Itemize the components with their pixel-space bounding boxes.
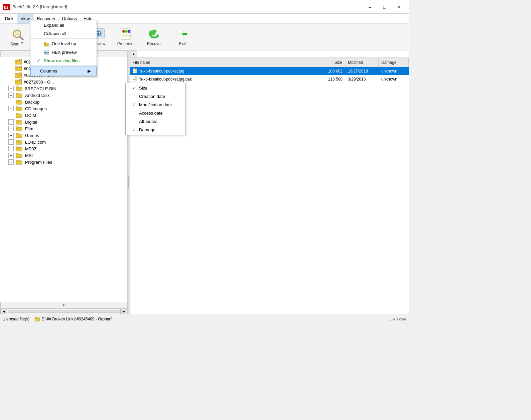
exit-icon <box>176 28 189 40</box>
svg-rect-56 <box>15 80 18 82</box>
menu-expand-all[interactable]: Expand all <box>30 21 97 29</box>
menu-show-existing[interactable]: ✓ Show existing files <box>30 56 97 65</box>
svg-rect-68 <box>16 113 18 115</box>
col-header-size[interactable]: Size <box>315 58 345 67</box>
scan-folder-icon: S <box>15 66 22 71</box>
file-cell-modified-0: 10/27/2018 <box>345 68 379 74</box>
menu-one-level-up[interactable]: ↑ One level up <box>30 39 97 48</box>
expander-mp3z[interactable]: + <box>8 146 14 151</box>
expander-film[interactable]: + <box>8 126 14 131</box>
menu-collapse-all[interactable]: Collapse all <box>30 29 97 38</box>
expander-android[interactable]: + <box>8 93 14 98</box>
scan-folder-icon: S <box>15 79 22 85</box>
col-menu-creation-date[interactable]: Creation date <box>126 92 185 101</box>
file-cell-name-1: BAK 's-xp-breakout-pocket.jpg.bak <box>130 76 315 83</box>
folder-icon <box>16 126 23 131</box>
main-area: ▲ S #0230055 - O... <box>0 50 409 314</box>
expander-games[interactable]: + <box>8 133 14 138</box>
menu-hex-preview[interactable]: HEX HEX preview <box>30 48 97 57</box>
menu-columns[interactable]: Columns ▶ <box>30 66 97 76</box>
tree-dcim[interactable]: DCIM <box>0 112 127 119</box>
folder-icon <box>16 106 23 111</box>
col-header-modified[interactable]: Modified <box>345 58 379 67</box>
svg-point-31 <box>125 30 128 33</box>
tree-cd-images[interactable]: + CD Images <box>0 105 127 112</box>
title-bar-left: B2 Back2Life 2.9 [Unregistered] <box>3 4 67 10</box>
maximize-button[interactable]: □ <box>378 2 391 12</box>
tree-msi[interactable]: + MSI <box>0 152 127 159</box>
expander-cd-images[interactable]: + <box>8 106 14 111</box>
svg-rect-48 <box>15 66 18 68</box>
folder-icon <box>16 99 23 105</box>
expander-lo4d[interactable]: + <box>8 139 14 145</box>
scan-folder-icon: S <box>15 73 22 78</box>
svg-rect-74 <box>16 133 18 135</box>
col-header-damage[interactable]: Damage <box>379 58 409 67</box>
app-icon: B2 <box>3 4 10 10</box>
file-scroll-up[interactable]: ▲ <box>130 50 137 58</box>
window-title: Back2Life 2.9 [Unregistered] <box>12 4 67 9</box>
file-row-0[interactable]: JPG 's-xp-breakout-pocket.jpg 108 602 10… <box>130 67 409 75</box>
tree-scan-0272638[interactable]: S #0272638 - O... <box>0 79 127 85</box>
svg-text:S: S <box>20 73 21 75</box>
tree-android-disk[interactable]: + Android Disk <box>0 92 127 99</box>
status-path: D:\## Broken Links\#0245409 - Orphan\ <box>35 317 112 321</box>
svg-rect-60 <box>16 87 18 88</box>
col-menu-damage[interactable]: ✓ Damage <box>126 126 185 134</box>
properties-button[interactable]: Properties <box>113 26 140 48</box>
scan-button[interactable]: Scan F... <box>3 26 33 48</box>
menu-separator-1 <box>30 38 97 39</box>
tree-digital[interactable]: + Digital <box>0 119 127 125</box>
scroll-down-arrow[interactable]: ▼ <box>0 302 127 308</box>
minimize-button[interactable]: – <box>363 2 377 12</box>
col-menu-attributes[interactable]: Attributes <box>126 117 185 126</box>
close-button[interactable]: ✕ <box>393 2 406 12</box>
svg-point-32 <box>128 30 130 33</box>
h-scroll-left[interactable]: ◀ <box>0 309 7 314</box>
file-row-1[interactable]: BAK 's-xp-breakout-pocket.jpg.bak 113 50… <box>130 75 409 83</box>
recover-button[interactable]: Recover <box>141 26 168 48</box>
file-cell-damage-1: unknown <box>379 76 409 82</box>
svg-rect-78 <box>16 147 18 148</box>
tree-games[interactable]: + Games <box>0 132 127 139</box>
exit-button[interactable]: Exit <box>169 26 196 48</box>
scan-folder-icon: S <box>15 59 22 64</box>
tree-backup[interactable]: Backup <box>0 99 127 105</box>
expander-digital[interactable]: + <box>8 119 14 125</box>
recover-label: Recover <box>147 41 162 46</box>
h-scrollbar[interactable]: ◀ ▶ <box>0 308 127 314</box>
svg-rect-52 <box>15 73 18 75</box>
svg-text:HEX: HEX <box>44 51 49 54</box>
folder-icon <box>16 119 23 125</box>
splitter-handle <box>128 175 129 189</box>
folder-icon <box>16 86 23 91</box>
col-menu-access-date[interactable]: Access date <box>126 109 185 117</box>
tree-recycle-bin[interactable]: + $RECYCLE.BIN <box>0 85 127 92</box>
svg-text:↑: ↑ <box>45 43 46 46</box>
expander-recycle-bin[interactable]: + <box>8 86 14 91</box>
tree-mp3z[interactable]: + MP3Z <box>0 145 127 152</box>
svg-point-30 <box>122 30 125 33</box>
tree-program-files[interactable]: + Program Files <box>0 159 127 165</box>
expander-msi[interactable]: + <box>8 153 14 158</box>
status-folder-icon <box>35 317 40 321</box>
lo4d-logo: LO4D.com <box>388 317 406 321</box>
left-panel: ▲ S #0230055 - O... <box>0 50 127 314</box>
col-header-filename[interactable]: File name <box>130 58 315 67</box>
file-cell-size-1: 113 508 <box>315 76 345 82</box>
col-menu-size[interactable]: ✓ Size <box>126 84 185 92</box>
folder-icon <box>16 139 23 145</box>
file-cell-modified-1: 3/29/2013 <box>345 76 379 82</box>
view-menu-dropdown: Expand all Collapse all ↑ One level up <box>30 20 97 77</box>
columns-submenu: ✓ Size Creation date ✓ Modification date… <box>125 83 185 135</box>
tree-lo4d[interactable]: + LO4D.com <box>0 139 127 145</box>
h-scroll-right[interactable]: ▶ <box>120 309 127 314</box>
folder-icon <box>16 153 23 158</box>
col-menu-modification-date[interactable]: ✓ Modification date <box>126 101 185 109</box>
file-cell-damage-0: unknown <box>379 68 409 74</box>
expander-program-files[interactable]: + <box>8 159 14 165</box>
tree-film[interactable]: + Film <box>0 125 127 132</box>
tree-view[interactable]: S #0230055 - O... S #0239547 - O... <box>0 57 127 302</box>
menu-disk[interactable]: Disk <box>2 14 17 23</box>
recover-icon <box>148 28 161 40</box>
